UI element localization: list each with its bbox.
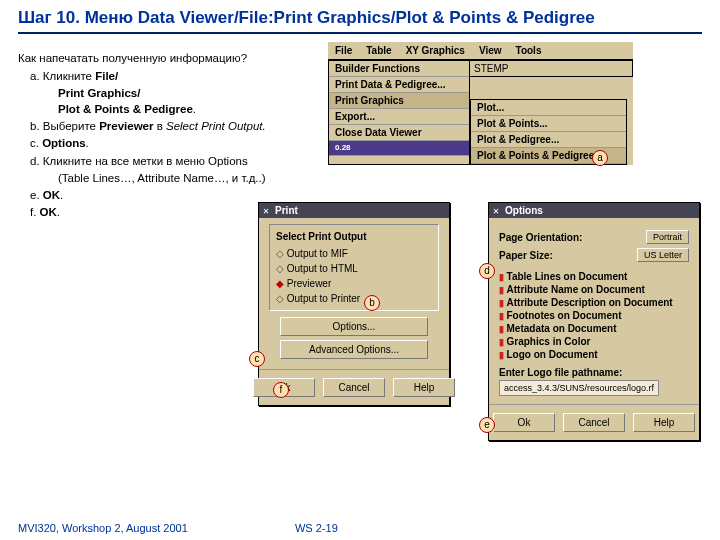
logo-path-field[interactable]: access_3.4.3/SUNS/resources/logo.rf [499,380,659,396]
ck-attr-name[interactable]: Attribute Name on Document [499,283,689,296]
menubar: FileTableXY GraphicsViewTools [328,42,633,60]
cancel-button[interactable]: Cancel [323,378,385,397]
footer: MVI320, Workshop 2, August 2001 WS 2-19 [18,522,702,534]
title-rule [18,32,702,34]
options-dialog: ✕ Options Page Orientation:Portrait Pape… [488,202,700,441]
ck-graphics-color[interactable]: Graphics in Color [499,335,689,348]
print-dialog: ✕ Print Select Print Output Output to MI… [258,202,450,406]
select-print-output: Select Print Output Output to MIF Output… [269,224,439,311]
options-button[interactable]: Options... [280,317,428,336]
tag-d: d [479,263,495,279]
tag-e: e [479,417,495,433]
ck-attr-desc[interactable]: Attribute Description on Document [499,296,689,309]
tag-f: f [273,382,289,398]
ck-metadata[interactable]: Metadata on Document [499,322,689,335]
file-menu: Builder Functions Print Data & Pedigree.… [328,60,470,165]
tag-b: b [364,295,380,311]
opt-previewer[interactable]: Previewer [276,276,432,291]
help-button[interactable]: Help [393,378,455,397]
help-button[interactable]: Help [633,413,695,432]
cancel-button[interactable]: Cancel [563,413,625,432]
menu-screenshot: FileTableXY GraphicsViewTools Builder Fu… [328,42,633,165]
opt-mif[interactable]: Output to MIF [276,246,432,261]
ck-logo[interactable]: Logo on Document [499,348,689,361]
tag-c: c [249,351,265,367]
opt-printer[interactable]: Output to Printer [276,291,432,306]
opt-html[interactable]: Output to HTML [276,261,432,276]
instruction-text: Как напечатать полученную информацию? a.… [18,44,298,504]
ck-table-lines[interactable]: Table Lines on Document [499,270,689,283]
ok-button[interactable]: Ok [493,413,555,432]
ck-footnotes[interactable]: Footnotes on Document [499,309,689,322]
adv-options-button[interactable]: Advanced Options... [280,340,428,359]
tag-a: a [592,150,608,166]
page-title: Шаг 10. Меню Data Viewer/File:Print Grap… [0,0,720,32]
